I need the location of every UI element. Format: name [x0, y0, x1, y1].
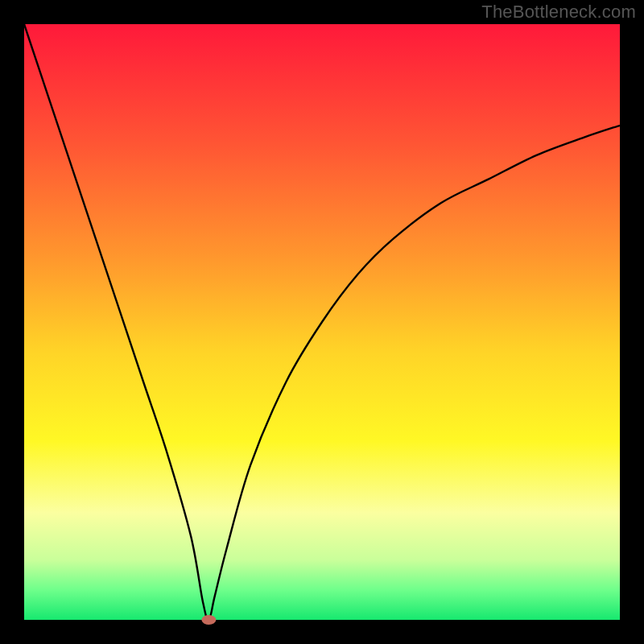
- bottleneck-chart: [0, 0, 644, 644]
- optimum-marker: [201, 615, 216, 625]
- watermark-text: TheBottleneck.com: [481, 2, 636, 23]
- chart-container: { "watermark": "TheBottleneck.com", "cha…: [0, 0, 644, 644]
